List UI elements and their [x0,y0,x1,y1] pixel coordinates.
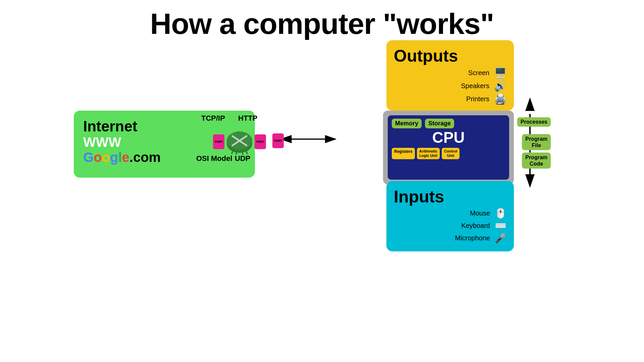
outputs-box: Outputs Screen 🖥️ Speakers 🔊 Printers 🖨️ [386,40,514,111]
cpu-top-row: Memory Storage [392,119,505,128]
port-right1: PORT [255,134,266,149]
mouse-icon: 🖱️ [495,208,506,219]
cpu-inner: Memory Storage CPU Registers ArithmeticL… [388,115,509,180]
page-title: How a computer "works" [0,0,644,41]
screen-label: Screen [468,69,489,77]
port-right2-label: PORT [274,139,282,142]
screen-item: Screen 🖥️ [394,67,506,79]
o-letter-1: o [94,150,102,165]
port-right1-label: PORT [256,140,264,143]
printers-label: Printers [466,95,489,103]
l-letter: l [118,150,122,165]
tcpip-label: TCP/IP [201,114,225,123]
mouse-item: Mouse 🖱️ [394,208,506,219]
router-svg [224,127,255,157]
g-letter: G [83,150,94,165]
printers-icon: 🖨️ [494,93,506,105]
computer-box: Memory Storage CPU Registers ArithmeticL… [383,111,514,184]
screen-icon: 🖥️ [494,67,506,79]
g-letter-2: g [110,150,118,165]
registers-badge: Registers [392,148,415,159]
http-label: HTTP [238,114,257,123]
e-letter: e [122,150,129,165]
router-icon [224,127,255,157]
speakers-label: Speakers [461,82,490,90]
printers-item: Printers 🖨️ [394,93,506,105]
speakers-item: Speakers 🔊 [394,80,506,92]
program-code-badge: ProgramCode [522,153,551,169]
outputs-title: Outputs [394,46,506,66]
inputs-title: Inputs [394,187,506,206]
port-right2: PORT [272,133,284,148]
alu-badge: ArithmeticLogic Unit [417,148,440,159]
port-right2-container: PORT [272,133,284,148]
storage-badge: Storage [425,119,454,128]
cu-badge: ControlUnit [442,148,460,159]
inputs-box: Inputs Mouse 🖱️ Keyboard ⌨️ Microphone 🎤 [386,181,514,251]
processes-badge: Processes [517,117,551,127]
keyboard-label: Keyboard [461,222,490,230]
memory-badge: Memory [392,119,422,128]
keyboard-item: Keyboard ⌨️ [394,220,506,231]
router-container: PORT PORT [213,127,266,157]
cpu-label: CPU [392,128,505,146]
dot: . [129,150,133,165]
microphone-label: Microphone [455,234,490,242]
keyboard-icon: ⌨️ [495,220,506,231]
com: com [133,150,161,165]
port-left-label: PORT [215,140,222,143]
program-file-badge: ProgramFile [522,134,551,150]
port-left: PORT [213,134,224,149]
cpu-bottom-row: Registers ArithmeticLogic Unit ControlUn… [392,148,505,159]
microphone-item: Microphone 🎤 [394,233,506,244]
o-letter-2: o [102,150,110,165]
mouse-label: Mouse [470,209,490,217]
microphone-icon: 🎤 [495,233,506,244]
speakers-icon: 🔊 [494,80,506,92]
arrows-layer [0,0,644,362]
